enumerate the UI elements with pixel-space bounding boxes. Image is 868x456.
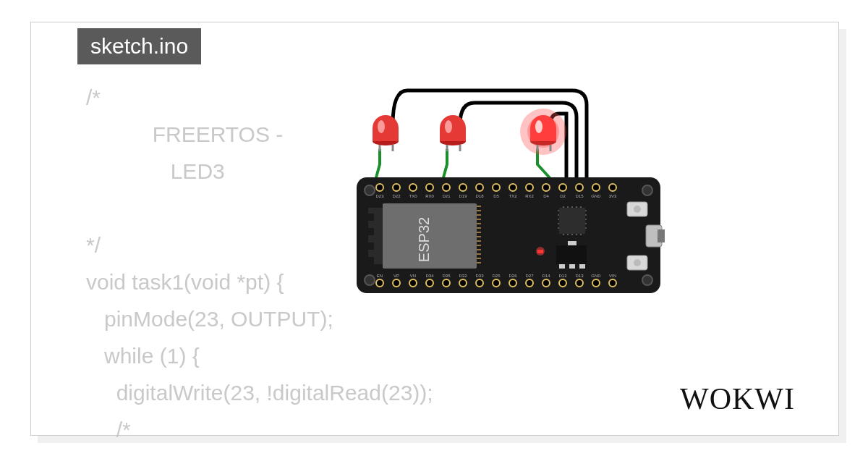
svg-point-1 <box>378 120 385 133</box>
svg-text:D27: D27 <box>525 274 534 278</box>
svg-text:RX0: RX0 <box>425 194 434 198</box>
svg-text:D19: D19 <box>459 194 467 198</box>
chip-label: ESP32 <box>416 217 432 262</box>
svg-point-40 <box>476 279 483 287</box>
svg-point-27 <box>509 184 516 191</box>
svg-point-45 <box>559 279 566 287</box>
svg-point-15 <box>365 185 375 195</box>
svg-text:D12: D12 <box>558 274 567 278</box>
svg-point-35 <box>393 279 400 287</box>
svg-point-32 <box>592 184 600 191</box>
svg-point-42 <box>509 279 516 287</box>
svg-point-37 <box>426 279 433 287</box>
esp32-board[interactable]: D23D22TX0 RX0D21D19 D18D5TX2 RX2D4D2 D15… <box>357 177 665 293</box>
svg-text:D23: D23 <box>375 194 384 198</box>
wire-green-led1 <box>375 150 380 180</box>
pin-labels-bottom: ENVPVN D34D35D32 D33D25D26 D27D14D12 D13… <box>377 274 616 278</box>
svg-rect-95 <box>559 208 585 234</box>
svg-text:D32: D32 <box>459 274 467 278</box>
circuit-canvas[interactable]: D23D22TX0 RX0D21D19 D18D5TX2 RX2D4D2 D15… <box>342 63 675 324</box>
svg-point-19 <box>376 184 383 191</box>
svg-point-29 <box>542 184 550 191</box>
svg-point-23 <box>443 184 450 191</box>
svg-rect-118 <box>569 264 575 269</box>
svg-point-25 <box>476 184 483 191</box>
file-tab[interactable]: sketch.ino <box>77 28 201 64</box>
led-1[interactable] <box>373 115 399 151</box>
svg-rect-124 <box>658 229 665 242</box>
svg-rect-119 <box>579 264 585 269</box>
svg-point-31 <box>576 184 583 191</box>
svg-point-34 <box>376 279 383 287</box>
svg-point-39 <box>459 279 467 287</box>
svg-point-36 <box>409 279 417 287</box>
brand-logo: WOKWI <box>680 381 795 416</box>
svg-point-47 <box>592 279 600 287</box>
svg-text:D34: D34 <box>425 274 434 278</box>
svg-point-11 <box>535 120 542 133</box>
svg-point-26 <box>493 184 500 191</box>
svg-text:D2: D2 <box>560 194 566 198</box>
svg-point-122 <box>536 247 545 256</box>
pin-row-top <box>376 184 616 191</box>
svg-point-30 <box>559 184 566 191</box>
svg-point-21 <box>409 184 417 191</box>
button-boot[interactable] <box>627 256 647 270</box>
preview-card: sketch.ino /* FREERTOS - LED3 */ void ta… <box>30 22 839 436</box>
svg-point-126 <box>634 206 641 213</box>
led-3[interactable] <box>520 109 566 155</box>
svg-text:TX2: TX2 <box>509 194 517 198</box>
svg-text:D15: D15 <box>575 194 584 198</box>
button-en[interactable] <box>627 202 647 216</box>
svg-point-33 <box>609 184 616 191</box>
svg-text:VN: VN <box>410 274 416 278</box>
svg-text:D4: D4 <box>543 194 549 198</box>
svg-point-17 <box>642 185 652 195</box>
svg-text:D14: D14 <box>542 274 550 278</box>
svg-point-128 <box>634 259 641 266</box>
svg-text:VIN: VIN <box>609 274 616 278</box>
svg-text:D26: D26 <box>509 274 517 278</box>
file-tab-label: sketch.ino <box>90 34 188 58</box>
svg-text:D25: D25 <box>492 274 501 278</box>
svg-point-38 <box>443 279 450 287</box>
svg-text:EN: EN <box>377 274 383 278</box>
svg-text:GND: GND <box>591 194 601 198</box>
svg-point-41 <box>493 279 500 287</box>
svg-rect-116 <box>556 245 587 264</box>
svg-point-20 <box>393 184 400 191</box>
svg-text:D18: D18 <box>475 194 484 198</box>
svg-point-18 <box>642 275 652 285</box>
svg-point-44 <box>542 279 550 287</box>
svg-point-22 <box>426 184 433 191</box>
svg-rect-120 <box>568 241 576 245</box>
svg-text:VP: VP <box>393 274 399 278</box>
svg-point-28 <box>526 184 533 191</box>
svg-text:D33: D33 <box>475 274 484 278</box>
svg-text:D21: D21 <box>442 194 451 198</box>
svg-point-24 <box>459 184 467 191</box>
svg-text:RX2: RX2 <box>525 194 534 198</box>
svg-point-43 <box>526 279 533 287</box>
svg-text:TX0: TX0 <box>409 194 417 198</box>
svg-point-5 <box>445 120 452 133</box>
svg-point-16 <box>365 275 375 285</box>
svg-text:D13: D13 <box>575 274 584 278</box>
svg-text:GND: GND <box>591 274 601 278</box>
svg-rect-117 <box>559 264 565 269</box>
svg-text:3V3: 3V3 <box>609 194 617 198</box>
svg-point-48 <box>609 279 616 287</box>
svg-text:D5: D5 <box>493 194 499 198</box>
svg-text:D35: D35 <box>442 274 451 278</box>
pin-labels-top: D23D22TX0 RX0D21D19 D18D5TX2 RX2D4D2 D15… <box>375 194 617 198</box>
svg-text:D22: D22 <box>392 194 401 198</box>
led-2[interactable] <box>440 115 466 151</box>
pin-row-bottom <box>376 279 616 287</box>
svg-point-46 <box>576 279 583 287</box>
wire-green-led2 <box>443 150 447 180</box>
